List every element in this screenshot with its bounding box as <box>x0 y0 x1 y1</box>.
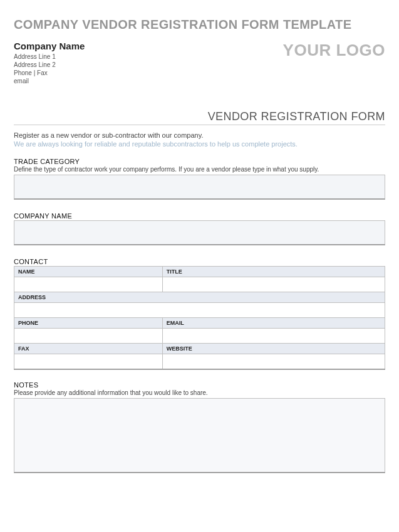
company-name-label: COMPANY NAME <box>14 212 385 220</box>
contact-name-header: NAME <box>14 267 163 277</box>
company-address-1: Address Line 1 <box>14 53 85 61</box>
header-row: Company Name Address Line 1 Address Line… <box>14 41 385 85</box>
contact-website-header: WEBSITE <box>162 344 385 354</box>
company-address-2: Address Line 2 <box>14 61 85 69</box>
contact-name-input[interactable] <box>18 281 158 289</box>
trade-category-input[interactable] <box>14 175 385 200</box>
intro-line-2: We are always looking for reliable and r… <box>14 140 385 148</box>
intro-line-1: Register as a new vendor or sub-contract… <box>14 131 385 139</box>
contact-phone-input[interactable] <box>18 332 158 340</box>
trade-category-hint: Define the type of contractor work your … <box>14 166 385 173</box>
company-phone-fax: Phone | Fax <box>14 69 85 77</box>
contact-email-input[interactable] <box>167 332 381 340</box>
form-heading: VENDOR REGISTRATION FORM <box>14 110 385 125</box>
contact-phone-header: PHONE <box>14 318 163 329</box>
contact-fax-input[interactable] <box>18 357 158 365</box>
company-email: email <box>14 77 85 85</box>
company-name: Company Name <box>14 41 85 51</box>
contact-email-header: EMAIL <box>162 318 385 329</box>
contact-title-header: TITLE <box>162 267 385 277</box>
notes-hint: Please provide any additional informatio… <box>14 389 385 396</box>
contact-title-input[interactable] <box>167 281 381 289</box>
notes-input[interactable] <box>14 398 385 473</box>
notes-label: NOTES <box>14 381 385 389</box>
trade-category-label: TRADE CATEGORY <box>14 158 385 165</box>
contact-address-input[interactable] <box>18 307 381 314</box>
contact-table: NAME TITLE ADDRESS PHONE EMAIL FAX WEBSI… <box>14 266 385 370</box>
contact-website-input[interactable] <box>167 357 381 365</box>
contact-fax-header: FAX <box>14 344 163 354</box>
contact-label: CONTACT <box>14 258 385 265</box>
logo-placeholder: YOUR LOGO <box>283 41 385 60</box>
company-info-block: Company Name Address Line 1 Address Line… <box>14 41 85 85</box>
company-name-input[interactable] <box>14 220 385 245</box>
contact-address-header: ADDRESS <box>14 292 385 303</box>
page-title: COMPANY VENDOR REGISTRATION FORM TEMPLAT… <box>14 18 385 32</box>
